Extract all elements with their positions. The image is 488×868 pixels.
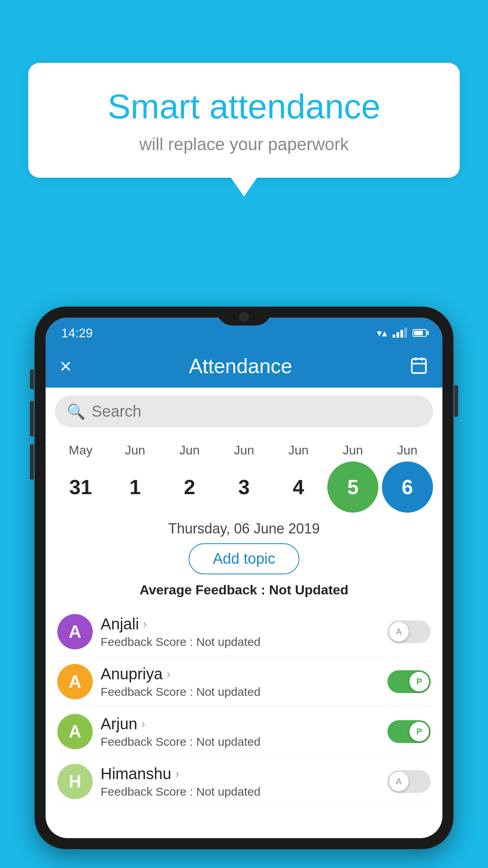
calendar-button[interactable] xyxy=(409,356,428,376)
student-info-anupriya: Anupriya › Feedback Score : Not updated xyxy=(101,665,380,699)
student-name-himanshu: Himanshu › xyxy=(101,765,380,783)
student-item-arjun[interactable]: A Arjun › Feedback Score : Not updated P xyxy=(53,707,435,757)
toggle-himanshu[interactable]: A xyxy=(387,770,431,793)
search-icon: 🔍 xyxy=(67,403,85,420)
cal-day-4[interactable]: 4 xyxy=(273,462,324,513)
student-feedback-arjun: Feedback Score : Not updated xyxy=(101,735,380,748)
speech-bubble: Smart attendance will replace your paper… xyxy=(28,63,460,178)
student-name-anjali: Anjali › xyxy=(101,615,380,633)
toggle-knob-anupriya: P xyxy=(409,672,429,691)
avg-feedback-label: Average Feedback : xyxy=(139,582,269,597)
attendance-toggle-anjali[interactable]: A xyxy=(387,620,431,643)
student-info-arjun: Arjun › Feedback Score : Not updated xyxy=(101,715,380,748)
speech-bubble-container: Smart attendance will replace your paper… xyxy=(28,63,460,178)
cal-month-4: Jun xyxy=(273,443,324,458)
volume-up-button xyxy=(30,401,34,436)
student-item-anjali[interactable]: A Anjali › Feedback Score : Not updated … xyxy=(53,607,435,657)
phone-screen: 14:29 ▾▴ × Attendance xyxy=(46,318,442,838)
cal-month-5: Jun xyxy=(327,443,378,458)
phone-camera xyxy=(239,312,249,322)
student-avatar-anupriya: A xyxy=(57,664,93,699)
selected-date-label: Thursday, 06 June 2019 xyxy=(46,520,442,537)
cal-day-2[interactable]: 2 xyxy=(164,462,215,513)
silent-button xyxy=(30,370,34,389)
student-avatar-arjun: A xyxy=(57,714,93,749)
cal-day-0[interactable]: 31 xyxy=(55,462,106,513)
calendar-months: May Jun Jun Jun Jun Jun Jun xyxy=(53,443,435,458)
add-topic-button[interactable]: Add topic xyxy=(189,543,299,574)
app-title: Attendance xyxy=(189,354,292,378)
cal-day-5[interactable]: 5 xyxy=(327,462,378,513)
power-button xyxy=(454,385,458,417)
avg-feedback: Average Feedback : Not Updated xyxy=(46,582,442,598)
battery-icon xyxy=(413,329,427,337)
chevron-right-icon: › xyxy=(175,767,179,780)
cal-month-6: Jun xyxy=(382,443,433,458)
student-list: A Anjali › Feedback Score : Not updated … xyxy=(46,607,442,807)
wifi-icon: ▾▴ xyxy=(377,327,387,339)
student-info-himanshu: Himanshu › Feedback Score : Not updated xyxy=(101,765,380,798)
svg-rect-0 xyxy=(412,359,426,373)
bubble-subtitle: will replace your paperwork xyxy=(60,134,428,154)
phone-notch xyxy=(216,307,272,326)
toggle-anjali[interactable]: A xyxy=(387,620,431,643)
cal-month-0: May xyxy=(55,443,106,458)
bubble-title: Smart attendance xyxy=(60,86,428,127)
calendar-days: 31 1 2 3 4 5 6 xyxy=(53,462,435,513)
status-icons: ▾▴ xyxy=(377,327,427,339)
phone-frame: 14:29 ▾▴ × Attendance xyxy=(35,307,453,849)
student-name-arjun: Arjun › xyxy=(101,715,380,733)
toggle-anupriya[interactable]: P xyxy=(387,670,431,693)
toggle-knob-himanshu: A xyxy=(389,772,409,791)
chevron-right-icon: › xyxy=(143,617,147,631)
student-avatar-anjali: A xyxy=(57,614,93,649)
toggle-knob-arjun: P xyxy=(409,722,429,741)
close-button[interactable]: × xyxy=(60,354,72,378)
volume-down-button xyxy=(30,444,34,480)
student-feedback-anupriya: Feedback Score : Not updated xyxy=(101,685,380,699)
student-info-anjali: Anjali › Feedback Score : Not updated xyxy=(101,615,380,649)
search-input[interactable] xyxy=(92,403,421,420)
toggle-arjun[interactable]: P xyxy=(387,720,431,743)
avg-feedback-value: Not Updated xyxy=(269,582,349,597)
calendar-icon xyxy=(409,356,428,375)
student-avatar-himanshu: H xyxy=(57,764,93,799)
cal-day-1[interactable]: 1 xyxy=(110,462,161,513)
student-name-anupriya: Anupriya › xyxy=(101,665,380,683)
attendance-toggle-arjun[interactable]: P xyxy=(387,720,431,743)
signal-bars-icon xyxy=(393,328,407,338)
attendance-toggle-himanshu[interactable]: A xyxy=(387,770,431,793)
calendar-strip: May Jun Jun Jun Jun Jun Jun 31 1 2 3 4 5… xyxy=(46,435,442,513)
search-bar[interactable]: 🔍 xyxy=(55,395,433,427)
status-time: 14:29 xyxy=(61,326,93,340)
app-header: × Attendance xyxy=(46,344,442,388)
student-feedback-anjali: Feedback Score : Not updated xyxy=(101,635,380,649)
attendance-toggle-anupriya[interactable]: P xyxy=(387,670,431,693)
student-feedback-himanshu: Feedback Score : Not updated xyxy=(101,785,380,798)
student-item-himanshu[interactable]: H Himanshu › Feedback Score : Not update… xyxy=(53,757,435,807)
toggle-knob-anjali: A xyxy=(389,622,409,642)
cal-month-1: Jun xyxy=(110,443,161,458)
student-item-anupriya[interactable]: A Anupriya › Feedback Score : Not update… xyxy=(53,657,435,707)
cal-day-3[interactable]: 3 xyxy=(218,462,270,513)
cal-month-3: Jun xyxy=(218,443,270,458)
chevron-right-icon: › xyxy=(167,667,171,680)
cal-day-6[interactable]: 6 xyxy=(382,462,433,513)
cal-month-2: Jun xyxy=(164,443,215,458)
phone-container: 14:29 ▾▴ × Attendance xyxy=(35,307,453,868)
chevron-right-icon: › xyxy=(141,717,145,730)
